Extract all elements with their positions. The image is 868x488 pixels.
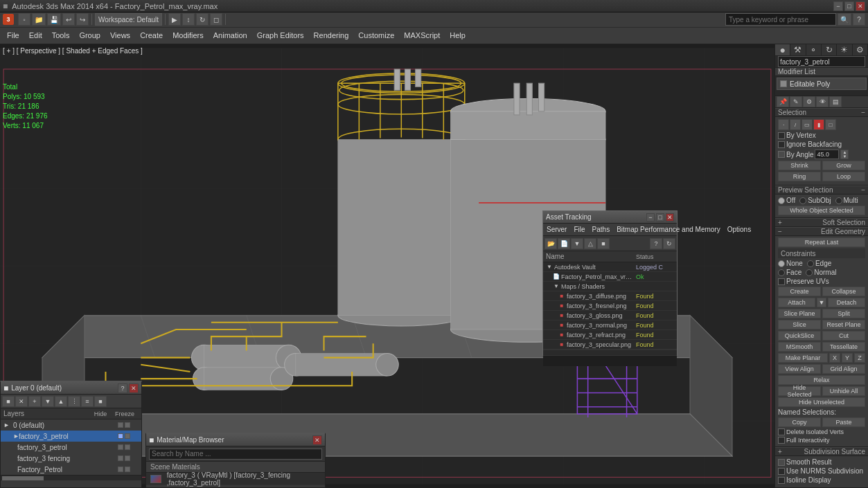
new-button[interactable]: ◦ xyxy=(18,13,30,26)
layer-item-factory3petrol[interactable]: ► factory_3_petrol xyxy=(1,431,141,442)
mat-browser-close-btn[interactable]: ✕ xyxy=(312,435,322,445)
save-button[interactable]: 💾 xyxy=(47,13,61,26)
at-btn2[interactable]: 📄 xyxy=(558,238,570,249)
hide-selected-btn[interactable]: Hide Selected xyxy=(778,386,821,396)
copy-btn[interactable]: Copy xyxy=(778,417,821,427)
layer-btn6[interactable]: ⋮ xyxy=(68,396,80,407)
normal-radio[interactable] xyxy=(806,269,813,276)
y-btn[interactable]: Y xyxy=(842,353,853,363)
grow-btn[interactable]: Grow xyxy=(822,161,865,170)
x-btn[interactable]: X xyxy=(829,353,840,363)
at-btn4[interactable]: △ xyxy=(584,238,596,249)
title-bar-right[interactable]: − □ ✕ xyxy=(833,1,865,11)
quickslice-btn[interactable]: QuickSlice xyxy=(778,331,821,341)
layer-scroll-thumb[interactable] xyxy=(2,476,44,480)
at-btn5[interactable]: ■ xyxy=(597,238,610,249)
ignore-backfacing-checkbox[interactable] xyxy=(778,141,785,148)
collapse-btn[interactable]: Collapse xyxy=(822,287,865,296)
at-btn6[interactable]: ? xyxy=(650,238,662,249)
at-btn3[interactable]: ▼ xyxy=(571,238,583,249)
slice-plane-btn[interactable]: Slice Plane xyxy=(778,309,821,318)
soft-selection-label[interactable]: + Soft Selection xyxy=(775,218,868,227)
mod-config-btn[interactable]: ⚙ xyxy=(803,96,815,107)
multi-radio[interactable] xyxy=(835,197,842,204)
at-btn1[interactable]: 📂 xyxy=(544,238,557,249)
layer-item-factory3petrol-sub[interactable]: factory_3_petrol xyxy=(1,442,141,453)
help-button[interactable]: ? xyxy=(853,13,865,26)
rp-tab-create[interactable]: ● xyxy=(775,44,790,55)
at-menu-bitmap[interactable]: Bitmap Performance and Memory xyxy=(613,224,724,236)
layer-help-btn[interactable]: ? xyxy=(118,383,127,393)
layer-scrollbar[interactable] xyxy=(1,475,141,480)
search-input[interactable] xyxy=(725,13,836,26)
cut-btn[interactable]: Cut xyxy=(822,331,865,341)
angle-spinner[interactable]: ▲▼ xyxy=(840,150,849,159)
menu-group[interactable]: Group xyxy=(75,28,105,42)
close-button[interactable]: ✕ xyxy=(856,1,865,11)
mod-capture-btn[interactable]: ▤ xyxy=(829,96,842,107)
rotate-button[interactable]: ↻ xyxy=(196,13,209,26)
redo-button[interactable]: ↪ xyxy=(76,13,89,26)
use-nurms-checkbox[interactable] xyxy=(778,468,785,475)
menu-views[interactable]: Views xyxy=(106,28,134,42)
msmooth-btn[interactable]: MSmooth xyxy=(778,342,821,352)
mod-show-btn[interactable]: 👁 xyxy=(816,96,829,107)
split-btn[interactable]: Split xyxy=(822,309,865,318)
off-radio[interactable] xyxy=(778,197,785,204)
layer-item-fencing[interactable]: factory_3 fencing xyxy=(1,453,141,464)
mat-item-factory3[interactable]: factory_3 ( VRayMtl ) [factory_3_fencing… xyxy=(146,473,325,485)
rp-tab-hierarchy[interactable]: ⚬ xyxy=(806,44,822,55)
menu-modifiers[interactable]: Modifiers xyxy=(168,28,208,42)
layer-btn8[interactable]: ■ xyxy=(94,396,107,407)
layer-btn3[interactable]: + xyxy=(28,396,41,407)
at-menu-server[interactable]: Server xyxy=(543,224,570,236)
mat-search-input[interactable] xyxy=(149,449,322,460)
smooth-result-checkbox[interactable] xyxy=(778,459,785,466)
subobj-radio[interactable] xyxy=(799,197,806,204)
layer-close-btn[interactable]: ✕ xyxy=(129,383,139,393)
border-icon[interactable]: ▭ xyxy=(801,119,813,130)
vertex-icon[interactable]: ⋅ xyxy=(778,119,789,130)
rp-tab-motion[interactable]: ↻ xyxy=(822,44,837,55)
rp-tab-modify[interactable]: ⚒ xyxy=(790,44,806,55)
maximize-button[interactable]: □ xyxy=(844,1,854,11)
selection-section-label[interactable]: Selection − xyxy=(775,108,868,117)
menu-customize[interactable]: Customize xyxy=(354,28,398,42)
preserve-uvs-checkbox[interactable] xyxy=(778,278,785,285)
by-angle-checkbox[interactable] xyxy=(778,151,785,158)
face-radio[interactable] xyxy=(778,269,785,276)
menu-help[interactable]: Help xyxy=(445,28,470,42)
unhide-all-btn[interactable]: Unhide All xyxy=(822,386,865,396)
isoline-checkbox[interactable] xyxy=(778,477,785,484)
at-btn7[interactable]: ↻ xyxy=(663,238,675,249)
at-menu-paths[interactable]: Paths xyxy=(589,224,614,236)
polygon-icon[interactable]: ▮ xyxy=(813,119,824,130)
view-align-btn[interactable]: View Align xyxy=(778,364,821,374)
at-menu-options[interactable]: Options xyxy=(724,224,754,236)
at-minimize-btn[interactable]: − xyxy=(646,213,655,222)
scale-button[interactable]: ◻ xyxy=(210,13,222,26)
relax-btn[interactable]: Relax xyxy=(778,375,865,385)
loop-btn[interactable]: Loop xyxy=(822,172,865,181)
rp-tab-display[interactable]: ☀ xyxy=(837,44,852,55)
menu-graph-editors[interactable]: Graph Editors xyxy=(253,28,308,42)
by-angle-input[interactable] xyxy=(815,150,839,159)
open-button[interactable]: 📁 xyxy=(32,13,46,26)
menu-animation[interactable]: Animation xyxy=(209,28,251,42)
at-maximize-btn[interactable]: □ xyxy=(656,213,664,222)
layer-btn7[interactable]: ≡ xyxy=(81,396,94,407)
menu-maxscript[interactable]: MAXScript xyxy=(400,28,444,42)
make-planar-btn[interactable]: Make Planar xyxy=(778,353,828,363)
at-scrollbar[interactable] xyxy=(543,350,677,355)
minimize-button[interactable]: − xyxy=(833,1,843,11)
shrink-btn[interactable]: Shrink xyxy=(778,161,821,170)
reset-plane-btn[interactable]: Reset Plane xyxy=(822,320,865,329)
edge-radio[interactable] xyxy=(807,260,814,267)
edit-geometry-label[interactable]: − Edit Geometry xyxy=(775,227,868,236)
attach-arrow-btn[interactable]: ▼ xyxy=(817,298,826,307)
delete-isolated-checkbox[interactable] xyxy=(778,428,785,435)
modifier-item-editable-poly[interactable]: Editable Poly xyxy=(777,78,867,90)
tessellate-btn[interactable]: Tessellate xyxy=(822,342,865,352)
none-radio[interactable] xyxy=(778,260,785,267)
layer-btn4[interactable]: ▼ xyxy=(42,396,54,407)
